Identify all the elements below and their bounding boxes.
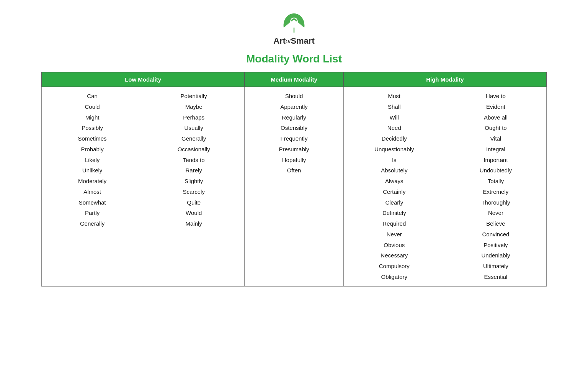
logo-of: of	[286, 38, 291, 44]
list-item: Maybe	[143, 102, 244, 112]
list-item: Totally	[445, 176, 546, 187]
high-col1-list: Must Shall Will Need Decidedly Unquestio…	[344, 89, 445, 284]
list-item: Generally	[143, 133, 244, 144]
list-item: Always	[344, 176, 445, 187]
list-item: Above all	[445, 112, 546, 123]
header-medium-modality: Medium Modality	[245, 72, 343, 87]
svg-point-2	[292, 20, 296, 23]
list-item: Frequently	[245, 133, 343, 144]
modality-table: Low Modality Medium Modality High Modali…	[41, 72, 547, 287]
list-item: Possibly	[42, 123, 143, 133]
list-item: Would	[143, 208, 244, 218]
low-col1-cell: Can Could Might Possibly Sometimes Proba…	[42, 87, 143, 287]
list-item: Integral	[445, 144, 546, 155]
list-item: Regularly	[245, 112, 343, 123]
list-item: Somewhat	[42, 197, 143, 208]
high-col1-cell: Must Shall Will Need Decidedly Unquestio…	[343, 87, 445, 287]
list-item: Scarcely	[143, 187, 244, 197]
list-item: Definitely	[344, 208, 445, 218]
list-item: Never	[445, 208, 546, 218]
list-item: Important	[445, 155, 546, 165]
list-item: Certainly	[344, 187, 445, 197]
table-row-main: Can Could Might Possibly Sometimes Proba…	[42, 87, 547, 287]
list-item: Moderately	[42, 176, 143, 187]
list-item: Have to	[445, 91, 546, 102]
logo-smart: Smart	[291, 36, 314, 46]
list-item: Could	[42, 102, 143, 112]
list-item: Thoroughly	[445, 197, 546, 208]
list-item: Sometimes	[42, 133, 143, 144]
list-item: Often	[245, 165, 343, 176]
list-item: Undoubtedly	[445, 165, 546, 176]
list-item: Mainly	[143, 218, 244, 229]
list-item: Apparently	[245, 102, 343, 112]
list-item: Shall	[344, 102, 445, 112]
list-item: Obligatory	[344, 272, 445, 282]
list-item: Positively	[445, 240, 546, 251]
low-col2-cell: Potentially Maybe Perhaps Usually Genera…	[143, 87, 245, 287]
list-item: Ought to	[445, 123, 546, 133]
list-item: Might	[42, 112, 143, 123]
list-item: Generally	[42, 218, 143, 229]
list-item: Ultimately	[445, 261, 546, 272]
list-item: Is	[344, 155, 445, 165]
list-item: Will	[344, 112, 445, 123]
list-item: Can	[42, 91, 143, 102]
low-col2-list: Potentially Maybe Perhaps Usually Genera…	[143, 89, 244, 231]
list-item: Perhaps	[143, 112, 244, 123]
list-item: Likely	[42, 155, 143, 165]
list-item: Ostensibly	[245, 123, 343, 133]
header-high-modality: High Modality	[343, 72, 546, 87]
list-item: Undeniably	[445, 250, 546, 261]
logo-text: ArtofSmart	[273, 36, 314, 46]
high-col2-cell: Have to Evident Above all Ought to Vital…	[445, 87, 546, 287]
list-item: Required	[344, 218, 445, 229]
list-item: Quite	[143, 197, 244, 208]
list-item: Tends to	[143, 155, 244, 165]
list-item: Vital	[445, 133, 546, 144]
logo-art: Art	[273, 36, 286, 46]
logo-area: ArtofSmart	[273, 11, 314, 46]
medium-list: Should Apparently Regularly Ostensibly F…	[245, 89, 343, 177]
list-item: Need	[344, 123, 445, 133]
list-item: Hopefully	[245, 155, 343, 165]
list-item: Usually	[143, 123, 244, 133]
list-item: Never	[344, 229, 445, 240]
list-item: Must	[344, 91, 445, 102]
list-item: Decidedly	[344, 133, 445, 144]
list-item: Obvious	[344, 240, 445, 251]
list-item: Convinced	[445, 229, 546, 240]
list-item: Unlikely	[42, 165, 143, 176]
list-item: Probably	[42, 144, 143, 155]
list-item: Potentially	[143, 91, 244, 102]
list-item: Believe	[445, 218, 546, 229]
header-low-modality: Low Modality	[42, 72, 245, 87]
list-item: Rarely	[143, 165, 244, 176]
list-item: Almost	[42, 187, 143, 197]
list-item: Slightly	[143, 176, 244, 187]
list-item: Absolutely	[344, 165, 445, 176]
high-col2-list: Have to Evident Above all Ought to Vital…	[445, 89, 546, 284]
list-item: Clearly	[344, 197, 445, 208]
list-item: Compulsory	[344, 261, 445, 272]
list-item: Necessary	[344, 250, 445, 261]
page-title: Modality Word List	[246, 53, 342, 65]
list-item: Occasionally	[143, 144, 244, 155]
medium-cell: Should Apparently Regularly Ostensibly F…	[245, 87, 343, 287]
list-item: Partly	[42, 208, 143, 218]
list-item: Extremely	[445, 187, 546, 197]
list-item: Should	[245, 91, 343, 102]
logo-icon	[281, 11, 307, 34]
low-col1-list: Can Could Might Possibly Sometimes Proba…	[42, 89, 143, 231]
list-item: Presumably	[245, 144, 343, 155]
list-item: Unquestionably	[344, 144, 445, 155]
list-item: Evident	[445, 102, 546, 112]
list-item: Essential	[445, 272, 546, 282]
